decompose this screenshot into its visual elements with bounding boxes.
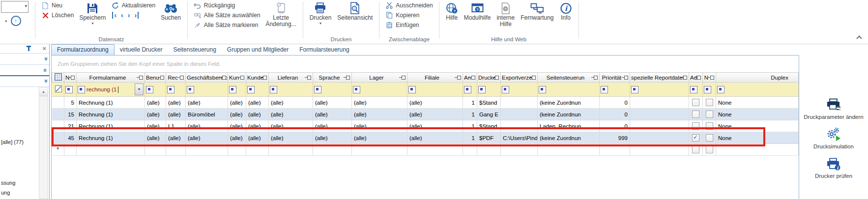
cell-kun[interactable]: (alle) [228,97,246,109]
module-help-button[interactable]: ? Modulhilfe [461,0,494,21]
filter-cell-ad[interactable] [689,83,703,97]
cell-prioritaet[interactable]: 0 [600,120,630,132]
column-header-n2[interactable]: N [703,73,716,83]
select-all-records-button[interactable]: Alle Sätze auswählen [191,10,263,20]
first-record-button[interactable]: ‹ [112,12,116,19]
column-pin-icon[interactable] [68,76,75,80]
cell-rechner[interactable]: L1 [166,120,186,132]
column-pin-icon[interactable] [591,76,598,80]
copy-button[interactable]: Kopieren [383,10,435,20]
cell-n1[interactable]: 45 [64,132,77,144]
cell-ad[interactable] [689,109,703,120]
help-button[interactable]: ? Hilfe [443,0,461,21]
quick-access-menu-icon[interactable]: ▾ [5,19,7,24]
cell-anzahl[interactable]: 1 [463,120,477,132]
cell-seitensteuerung[interactable]: Laden_Rechnun [538,120,600,132]
new-cell-benutzer[interactable] [145,144,166,156]
cell-formularname[interactable]: Rechnung (1) [77,132,145,144]
cell-drucker[interactable]: $Stand [477,97,501,109]
chevron-down-icon[interactable]: ▾ [319,22,321,26]
cell-prioritaet[interactable]: 999 [600,132,630,144]
cell-indicator[interactable] [52,109,64,120]
cell-lieferant[interactable]: (alle) [269,120,313,132]
column-header-kunden[interactable]: Kunden [246,73,269,83]
filter-dropdown-button[interactable]: ▾ [135,84,144,95]
cell-ad[interactable] [689,132,703,144]
new-cell-duplex[interactable] [716,144,799,156]
cell-lager[interactable]: (alle) [352,97,407,109]
column-pin-icon[interactable] [492,76,499,80]
filter-cell-formularname[interactable]: rechnung (1▾ [77,83,145,97]
new-row[interactable]: * [52,144,799,156]
new-cell-n1[interactable] [64,144,77,156]
chevron-double-up-icon[interactable]: « [41,57,49,60]
column-header-anzahl[interactable]: An [463,73,477,83]
cell-filiale[interactable]: (alle) [407,120,463,132]
filter-button-icon[interactable] [408,86,416,93]
tab-formularzuordnung[interactable]: Formularzuordnung [51,44,115,55]
filter-button-icon[interactable] [270,86,277,93]
filter-cell-reportdatei[interactable] [630,83,689,97]
save-button[interactable]: Speichern ▾ [76,0,109,26]
filter-button-icon[interactable] [314,86,321,93]
cell-n1[interactable]: 15 [64,109,77,120]
column-pin-icon[interactable] [529,76,536,80]
cell-indicator[interactable] [52,132,64,144]
cell-reportdatei[interactable] [630,109,689,120]
new-cell-prioritaet[interactable] [600,144,630,156]
filter-button-icon[interactable] [65,86,73,93]
filter-button-icon[interactable] [247,86,255,93]
filter-cell-n2[interactable] [703,83,716,97]
column-header-reportdatei[interactable]: spezielle Reportdatei [630,73,689,83]
cell-benutzer[interactable]: (alle) [145,120,166,132]
cell-indicator[interactable] [52,120,64,132]
column-header-prioritaet[interactable]: Priorität [600,73,630,83]
column-pin-icon[interactable] [305,76,311,80]
cell-reportdatei[interactable] [630,132,689,144]
column-pin-icon[interactable] [260,76,267,80]
cell-sprache[interactable]: (alle) [313,132,352,144]
chevron-double-up-icon[interactable]: « [41,80,49,83]
cell-exportverzeichnis[interactable] [501,109,538,120]
filter-cell-benutzer[interactable] [145,83,166,97]
checkbox[interactable] [692,134,699,142]
cell-seitensteuerung[interactable]: (keine Zuordnun [538,132,600,144]
cell-formularname[interactable]: Rechnung (1) [77,109,145,120]
mark-all-records-button[interactable]: Alle Sätze markieren [191,20,263,30]
new-cell-kunden[interactable] [246,144,269,156]
new-row-indicator[interactable]: * [52,144,64,156]
filter-button-icon[interactable] [601,86,608,93]
cell-kun[interactable]: (alle) [228,109,246,120]
filter-cell-lieferant[interactable] [269,83,313,97]
last-record-button[interactable]: › [134,12,139,19]
checkbox[interactable] [706,146,713,153]
cell-drucker[interactable]: $Stand [477,120,501,132]
cell-ad[interactable] [689,120,703,132]
cell-anzahl[interactable]: 1 [463,132,477,144]
cell-geschaeftsbereich[interactable]: (alle) [186,120,228,132]
cell-kunden[interactable]: (alle) [246,97,269,109]
new-cell-anzahl[interactable] [463,144,477,156]
filter-cell-seitensteuerung[interactable] [538,83,600,97]
new-cell-lieferant[interactable] [269,144,313,156]
cell-n1[interactable]: 21 [64,120,77,132]
filter-cell-geschaeftsbereich[interactable] [186,83,228,97]
new-cell-seitensteuerung[interactable] [538,144,600,156]
filter-cell-sprache[interactable] [313,83,352,97]
paste-button[interactable]: Einfügen [383,20,435,30]
circle-up-arrow-icon[interactable]: ↑ [11,16,21,26]
checkbox[interactable] [706,99,713,106]
cell-drucker[interactable]: Gang E [477,109,501,120]
cell-duplex[interactable]: None [716,109,799,120]
new-cell-ad[interactable] [689,144,703,156]
filter-cell-filiale[interactable] [407,83,463,97]
column-pin-icon[interactable] [344,76,350,80]
cell-reportdatei[interactable] [630,120,689,132]
cell-n1[interactable]: 5 [64,97,77,109]
cell-sprache[interactable]: (alle) [313,109,352,120]
column-header-ad[interactable]: Ad [689,73,703,83]
column-header-duplex[interactable]: Duplex [716,73,799,83]
filter-cell-indicator[interactable] [52,83,64,97]
print-preview-button[interactable]: Seitenansicht [334,0,376,21]
cell-lager[interactable]: (alle) [352,132,407,144]
